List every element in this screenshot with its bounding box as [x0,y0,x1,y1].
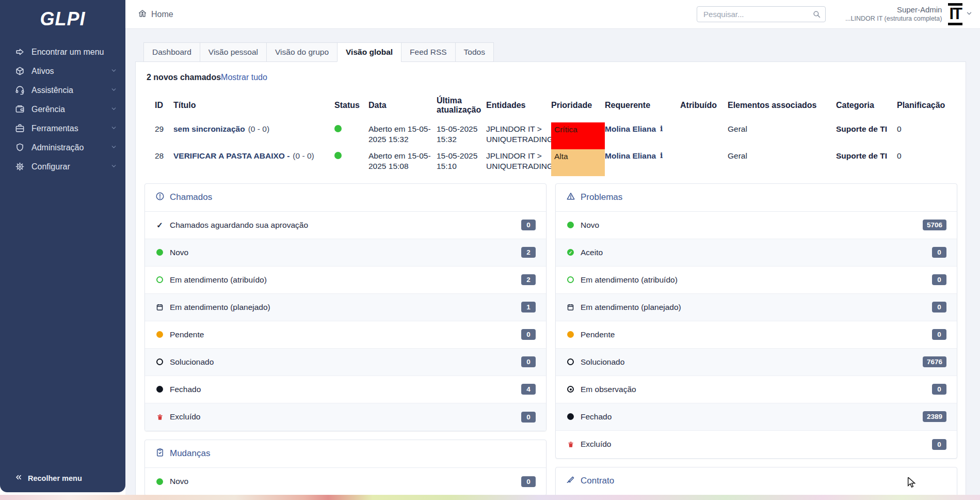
count-badge: 0 [521,220,536,230]
user-info[interactable]: Super-Admin ...LINDOR IT (estrutura comp… [845,5,942,23]
glpi-logo-text: GLPI [40,8,85,29]
list-item[interactable]: Pendente 0 [145,321,546,349]
trash-icon [155,413,164,421]
list-item[interactable]: Novo 2 [145,239,546,267]
col-entities: Entidades [486,99,551,110]
table-row: 28 VERIFICAR A PASTA ABAIXO -(0 - 0) Abe… [155,149,957,176]
list-item-label: Solucionado [170,357,214,367]
list-item[interactable]: Novo 5706 [556,212,957,239]
ticket-elements: Geral [728,122,836,134]
sidebar-item-gerencia[interactable]: Gerência [0,100,125,119]
col-assigned: Atribuído [680,99,728,110]
list-item-label: Em atendimento (atribuído) [581,275,678,285]
col-planning: Planificação [897,99,957,110]
sidebar-item-label: Assistência [31,86,73,95]
clipboard-check-icon [155,448,165,460]
list-item[interactable]: ✓ Chamados aguardando sua aprovação 0 [145,212,546,239]
info-icon[interactable]: i [660,124,663,134]
search-icon[interactable] [812,10,821,21]
tabs: Dashboard Visão pessoal Visão do grupo V… [135,42,966,62]
green-circle-icon [155,477,164,486]
black-ring-icon [566,357,575,366]
count-badge: 0 [521,356,536,367]
tab-visao-pessoal[interactable]: Visão pessoal [200,42,267,62]
tab-visao-do-grupo[interactable]: Visão do grupo [266,42,338,62]
list-item-label: Novo [581,221,599,230]
sidebar-item-assistencia[interactable]: Assistência [0,81,125,100]
sidebar-item-label: Ativos [31,67,54,76]
count-badge: 0 [932,274,946,285]
ticket-title-link[interactable]: VERIFICAR A PASTA ABAIXO - [173,151,290,160]
tab-dashboard[interactable]: Dashboard [143,42,200,62]
chevron-down-icon[interactable] [966,10,973,19]
list-item[interactable]: Em atendimento (planejado) 0 [556,294,957,321]
list-item-label: Aceito [581,248,603,257]
list-item[interactable]: Novo 0 [145,468,546,495]
briefcase-icon [14,123,25,134]
list-item-label: Novo [170,477,188,486]
tab-todos[interactable]: Todos [455,42,494,62]
priority-badge: Crítica [551,122,605,149]
list-item[interactable]: Pendente 0 [556,321,957,349]
list-item[interactable]: Solucionado 0 [145,349,546,376]
list-item[interactable]: Em observação 0 [556,376,957,403]
sidebar-item-configurar[interactable]: Configurar [0,157,125,176]
arrow-right-icon [14,47,25,57]
tab-visao-global[interactable]: Visão global [337,42,401,62]
contrato-card-header: Contrato [556,467,957,495]
green-ring-icon [566,275,575,284]
count-badge: 1 [521,302,536,312]
count-badge: 2 [521,247,536,258]
list-item[interactable]: Em atendimento (atribuído) 2 [145,267,546,294]
col-title: Título [173,99,334,110]
ticket-planning: 0 [897,149,957,161]
ticket-id: 28 [155,149,173,161]
chevron-down-icon [110,86,117,95]
wallet-icon [14,104,25,115]
list-item[interactable]: Fechado 2389 [556,403,957,431]
breadcrumb[interactable]: Home [138,9,173,20]
list-item-label: Fechado [581,412,612,421]
card-title: Contrato [581,476,614,486]
ticket-entities: JPLINDOR IT > UNIQUETRADING [486,122,551,145]
glpi-logo[interactable]: GLPI [0,0,125,35]
ticket-date: Aberto em 15-05-2025 15:32 [368,122,437,145]
tab-feed-rss[interactable]: Feed RSS [401,42,456,62]
info-icon[interactable]: i [660,151,663,161]
list-item[interactable]: Solucionado 7676 [556,349,957,376]
list-item[interactable]: Excluído 0 [145,403,546,431]
list-item[interactable]: Excluído 0 [556,431,957,458]
chevron-down-icon [110,67,117,76]
package-icon [14,66,25,76]
list-item-label: Em atendimento (atribuído) [170,275,267,285]
list-item-label: Pendente [581,330,615,339]
card-title: Mudanças [170,448,210,459]
ticket-title-link[interactable]: sem sincronização [173,124,245,133]
warning-triangle-icon [566,192,575,204]
list-item[interactable]: Em atendimento (planejado) 1 [145,294,546,321]
requester-link[interactable]: Molina Eliana [605,151,656,161]
sidebar-item-ferramentas[interactable]: Ferramentas [0,119,125,138]
ticket-updated: 15-05-2025 15:32 [437,122,486,145]
chevron-down-icon [110,143,117,152]
green-circle-icon [566,221,575,229]
black-circle-icon [566,412,575,421]
list-item[interactable]: ✓ Aceito 0 [556,239,957,267]
list-item[interactable]: Fechado 4 [145,376,546,403]
right-column: Problemas Novo 5706 ✓ Aceito 0 [555,183,957,495]
sidebar-item-label: Gerência [31,105,65,114]
status-new-icon [334,125,342,132]
sidebar-item-find-menu[interactable]: Encontrar um menu [0,42,125,61]
sidebar: GLPI Encontrar um menu Ativos [0,0,125,492]
requester-link[interactable]: Molina Eliana [605,124,656,134]
chamados-card-header: Chamados [145,184,546,212]
sidebar-item-ativos[interactable]: Ativos [0,61,125,81]
collapse-menu-button[interactable]: Recolher menu [14,473,82,483]
show-all-link[interactable]: Mostrar tudo [221,73,267,82]
card-title: Chamados [170,192,212,202]
status-new-icon [334,152,342,159]
search-input[interactable] [697,6,826,22]
chevron-down-icon [110,105,117,114]
list-item[interactable]: Em atendimento (atribuído) 0 [556,267,957,294]
sidebar-item-administracao[interactable]: Administração [0,138,125,157]
